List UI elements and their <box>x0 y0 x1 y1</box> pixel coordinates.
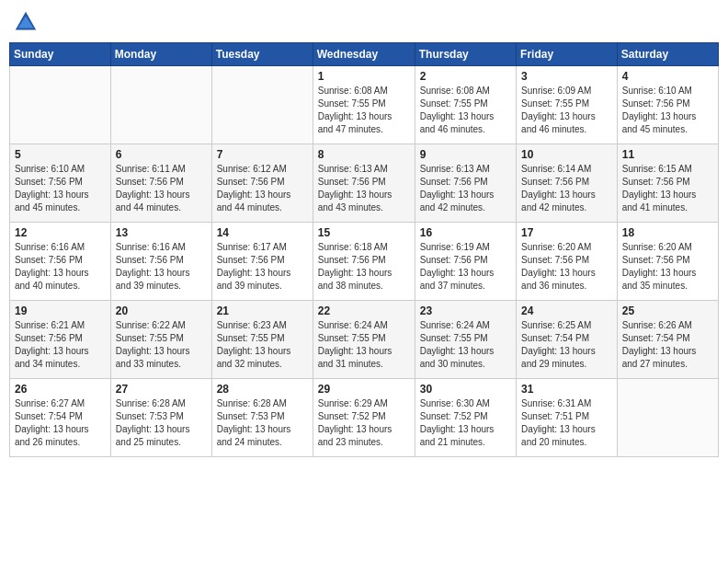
day-info: Sunrise: 6:20 AMSunset: 7:56 PMDaylight:… <box>622 241 713 293</box>
calendar-cell: 6Sunrise: 6:11 AMSunset: 7:56 PMDaylight… <box>110 144 211 223</box>
day-number: 6 <box>116 148 207 161</box>
calendar-cell: 14Sunrise: 6:17 AMSunset: 7:56 PMDayligh… <box>211 223 313 301</box>
day-number: 27 <box>116 383 207 396</box>
calendar-cell: 5Sunrise: 6:10 AMSunset: 7:56 PMDaylight… <box>10 144 111 223</box>
calendar-cell: 4Sunrise: 6:10 AMSunset: 7:56 PMDaylight… <box>617 66 718 144</box>
calendar-cell: 30Sunrise: 6:30 AMSunset: 7:52 PMDayligh… <box>415 379 516 457</box>
calendar-cell: 29Sunrise: 6:29 AMSunset: 7:52 PMDayligh… <box>313 379 415 457</box>
day-number: 10 <box>521 148 612 161</box>
calendar-cell: 15Sunrise: 6:18 AMSunset: 7:56 PMDayligh… <box>313 223 415 301</box>
day-number: 21 <box>217 304 308 317</box>
day-number: 16 <box>420 226 511 239</box>
calendar-cell <box>617 379 718 457</box>
day-number: 25 <box>622 304 713 317</box>
day-number: 8 <box>318 148 410 161</box>
calendar-cell: 13Sunrise: 6:16 AMSunset: 7:56 PMDayligh… <box>110 223 211 301</box>
day-number: 11 <box>622 148 713 161</box>
day-number: 14 <box>217 226 308 239</box>
calendar-week-row: 26Sunrise: 6:27 AMSunset: 7:54 PMDayligh… <box>10 379 719 457</box>
calendar-table: SundayMondayTuesdayWednesdayThursdayFrid… <box>9 42 719 457</box>
day-info: Sunrise: 6:10 AMSunset: 7:56 PMDaylight:… <box>622 85 713 136</box>
day-number: 24 <box>521 304 612 317</box>
day-number: 2 <box>420 70 511 83</box>
day-info: Sunrise: 6:25 AMSunset: 7:54 PMDaylight:… <box>521 319 612 371</box>
day-info: Sunrise: 6:22 AMSunset: 7:55 PMDaylight:… <box>116 319 207 371</box>
day-info: Sunrise: 6:21 AMSunset: 7:56 PMDaylight:… <box>15 319 106 371</box>
calendar-cell: 8Sunrise: 6:13 AMSunset: 7:56 PMDaylight… <box>313 144 415 223</box>
calendar-cell: 21Sunrise: 6:23 AMSunset: 7:55 PMDayligh… <box>211 301 313 379</box>
calendar-cell <box>110 66 211 144</box>
day-number: 22 <box>318 304 410 317</box>
weekday-header: Friday <box>517 43 618 66</box>
day-info: Sunrise: 6:14 AMSunset: 7:56 PMDaylight:… <box>521 163 612 214</box>
day-info: Sunrise: 6:31 AMSunset: 7:51 PMDaylight:… <box>521 397 612 449</box>
day-info: Sunrise: 6:08 AMSunset: 7:55 PMDaylight:… <box>420 85 511 136</box>
logo-icon <box>13 9 39 35</box>
day-info: Sunrise: 6:16 AMSunset: 7:56 PMDaylight:… <box>15 241 106 293</box>
day-number: 29 <box>318 383 410 396</box>
logo <box>13 9 42 35</box>
day-info: Sunrise: 6:08 AMSunset: 7:55 PMDaylight:… <box>318 85 410 136</box>
weekday-header-row: SundayMondayTuesdayWednesdayThursdayFrid… <box>10 43 719 66</box>
calendar-cell: 27Sunrise: 6:28 AMSunset: 7:53 PMDayligh… <box>110 379 211 457</box>
calendar-cell: 22Sunrise: 6:24 AMSunset: 7:55 PMDayligh… <box>313 301 415 379</box>
calendar-cell: 2Sunrise: 6:08 AMSunset: 7:55 PMDaylight… <box>415 66 516 144</box>
day-info: Sunrise: 6:30 AMSunset: 7:52 PMDaylight:… <box>420 397 511 449</box>
day-info: Sunrise: 6:19 AMSunset: 7:56 PMDaylight:… <box>420 241 511 293</box>
calendar-cell: 31Sunrise: 6:31 AMSunset: 7:51 PMDayligh… <box>517 379 618 457</box>
calendar-cell: 12Sunrise: 6:16 AMSunset: 7:56 PMDayligh… <box>10 223 111 301</box>
day-info: Sunrise: 6:13 AMSunset: 7:56 PMDaylight:… <box>318 163 410 214</box>
day-info: Sunrise: 6:11 AMSunset: 7:56 PMDaylight:… <box>116 163 207 214</box>
day-info: Sunrise: 6:28 AMSunset: 7:53 PMDaylight:… <box>217 397 308 449</box>
calendar-week-row: 1Sunrise: 6:08 AMSunset: 7:55 PMDaylight… <box>10 66 719 144</box>
calendar-cell: 3Sunrise: 6:09 AMSunset: 7:55 PMDaylight… <box>517 66 618 144</box>
day-number: 3 <box>521 70 612 83</box>
weekday-header: Saturday <box>617 43 718 66</box>
day-number: 18 <box>622 226 713 239</box>
day-info: Sunrise: 6:18 AMSunset: 7:56 PMDaylight:… <box>318 241 410 293</box>
day-info: Sunrise: 6:24 AMSunset: 7:55 PMDaylight:… <box>420 319 511 371</box>
calendar-cell: 24Sunrise: 6:25 AMSunset: 7:54 PMDayligh… <box>517 301 618 379</box>
calendar-cell <box>10 66 111 144</box>
day-number: 12 <box>15 226 106 239</box>
day-number: 5 <box>15 148 106 161</box>
day-info: Sunrise: 6:12 AMSunset: 7:56 PMDaylight:… <box>217 163 308 214</box>
day-info: Sunrise: 6:13 AMSunset: 7:56 PMDaylight:… <box>420 163 511 214</box>
day-number: 9 <box>420 148 511 161</box>
calendar-cell: 28Sunrise: 6:28 AMSunset: 7:53 PMDayligh… <box>211 379 313 457</box>
calendar-week-row: 19Sunrise: 6:21 AMSunset: 7:56 PMDayligh… <box>10 301 719 379</box>
day-info: Sunrise: 6:26 AMSunset: 7:54 PMDaylight:… <box>622 319 713 371</box>
calendar-cell: 26Sunrise: 6:27 AMSunset: 7:54 PMDayligh… <box>10 379 111 457</box>
day-info: Sunrise: 6:15 AMSunset: 7:56 PMDaylight:… <box>622 163 713 214</box>
page-header <box>9 9 719 35</box>
calendar-cell: 1Sunrise: 6:08 AMSunset: 7:55 PMDaylight… <box>313 66 415 144</box>
day-number: 28 <box>217 383 308 396</box>
calendar-week-row: 5Sunrise: 6:10 AMSunset: 7:56 PMDaylight… <box>10 144 719 223</box>
day-number: 13 <box>116 226 207 239</box>
calendar-cell: 7Sunrise: 6:12 AMSunset: 7:56 PMDaylight… <box>211 144 313 223</box>
calendar-cell: 18Sunrise: 6:20 AMSunset: 7:56 PMDayligh… <box>617 223 718 301</box>
day-info: Sunrise: 6:24 AMSunset: 7:55 PMDaylight:… <box>318 319 410 371</box>
calendar-cell: 11Sunrise: 6:15 AMSunset: 7:56 PMDayligh… <box>617 144 718 223</box>
day-info: Sunrise: 6:20 AMSunset: 7:56 PMDaylight:… <box>521 241 612 293</box>
day-info: Sunrise: 6:28 AMSunset: 7:53 PMDaylight:… <box>116 397 207 449</box>
day-number: 20 <box>116 304 207 317</box>
calendar-cell: 25Sunrise: 6:26 AMSunset: 7:54 PMDayligh… <box>617 301 718 379</box>
day-number: 30 <box>420 383 511 396</box>
calendar-cell: 10Sunrise: 6:14 AMSunset: 7:56 PMDayligh… <box>517 144 618 223</box>
day-info: Sunrise: 6:09 AMSunset: 7:55 PMDaylight:… <box>521 85 612 136</box>
calendar-week-row: 12Sunrise: 6:16 AMSunset: 7:56 PMDayligh… <box>10 223 719 301</box>
day-info: Sunrise: 6:16 AMSunset: 7:56 PMDaylight:… <box>116 241 207 293</box>
day-info: Sunrise: 6:10 AMSunset: 7:56 PMDaylight:… <box>15 163 106 214</box>
day-number: 15 <box>318 226 410 239</box>
day-number: 31 <box>521 383 612 396</box>
calendar-cell <box>211 66 313 144</box>
day-number: 1 <box>318 70 410 83</box>
day-info: Sunrise: 6:23 AMSunset: 7:55 PMDaylight:… <box>217 319 308 371</box>
calendar-cell: 20Sunrise: 6:22 AMSunset: 7:55 PMDayligh… <box>110 301 211 379</box>
weekday-header: Thursday <box>415 43 516 66</box>
day-info: Sunrise: 6:29 AMSunset: 7:52 PMDaylight:… <box>318 397 410 449</box>
day-number: 7 <box>217 148 308 161</box>
day-info: Sunrise: 6:27 AMSunset: 7:54 PMDaylight:… <box>15 397 106 449</box>
weekday-header: Tuesday <box>211 43 313 66</box>
